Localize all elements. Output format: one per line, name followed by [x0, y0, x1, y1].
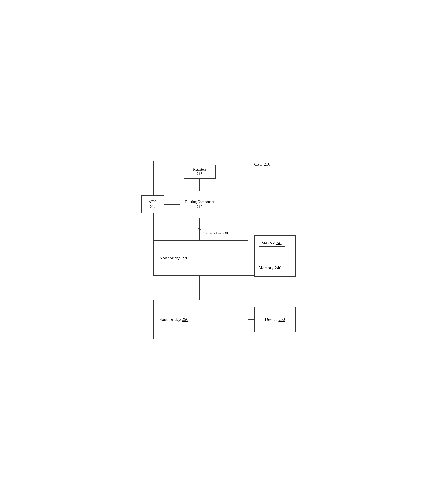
apic-label: APIC 214: [149, 199, 157, 209]
device-box: Device 260: [254, 307, 296, 332]
frontside-bus-label: Frontside Bus 230: [202, 231, 228, 235]
cpu-label: CPU 210: [254, 162, 270, 167]
southbridge-box: Southbridge 250: [153, 299, 248, 339]
apic-box: APIC 214: [141, 195, 164, 213]
northbridge-box: Northbridge 220: [153, 240, 248, 276]
northbridge-label: Northbridge 220: [159, 255, 189, 260]
southbridge-label: Southbridge 250: [159, 317, 189, 322]
memory-box: SMRAM 245 Memory 240: [254, 235, 296, 277]
diagram-container: CPU 210 Registers 216 APIC 214 Routing C…: [141, 157, 296, 347]
registers-box: Registers 216: [184, 165, 216, 179]
registers-label: Registers 216: [193, 167, 206, 176]
cpu-label-text: CPU: [254, 162, 263, 166]
cpu-number: 210: [264, 162, 270, 166]
memory-label: Memory 240: [258, 265, 281, 270]
device-label: Device 260: [265, 317, 285, 322]
smram-box: SMRAM 245: [258, 239, 285, 247]
routing-component-box: Routing Component 212: [180, 191, 219, 218]
routing-label: Routing Component 212: [185, 199, 214, 209]
